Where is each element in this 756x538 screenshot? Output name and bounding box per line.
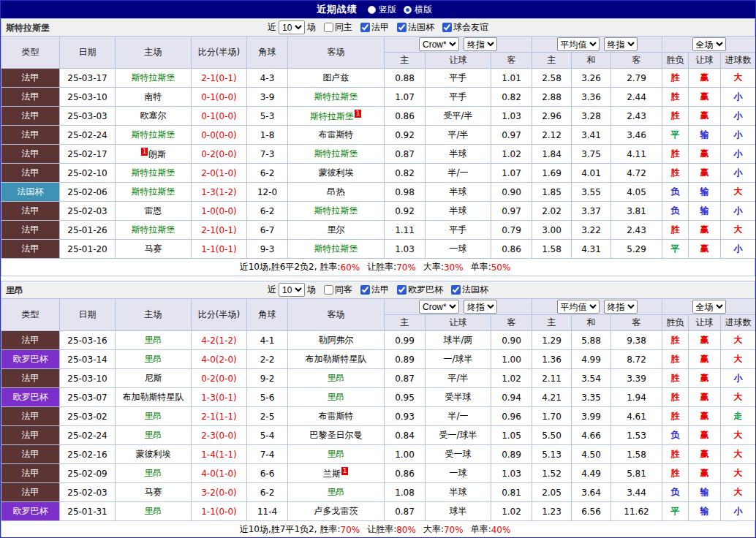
score[interactable]: 0-0(0-0)	[192, 126, 247, 145]
scope-select[interactable]: 全场	[692, 300, 726, 314]
home-team[interactable]: 斯特拉斯堡	[116, 221, 192, 240]
filter-checkbox-item[interactable]: 法国杯	[391, 21, 434, 34]
match-date: 25-02-24	[60, 426, 116, 445]
score[interactable]: 1-1(0-0)	[192, 502, 247, 521]
away-team[interactable]: 斯特拉斯堡	[288, 145, 385, 164]
score[interactable]: 2-1(0-1)	[192, 221, 247, 240]
filter-checkbox[interactable]	[360, 23, 370, 32]
filter-checkbox-item[interactable]: 法甲	[355, 21, 389, 34]
score[interactable]: 1-3(1-2)	[192, 183, 247, 202]
away-team[interactable]: 里昂	[288, 445, 385, 464]
home-team[interactable]: 里昂	[116, 407, 192, 426]
score[interactable]: 1-1(0-1)	[192, 240, 247, 259]
score[interactable]: 2-1(1-1)	[192, 407, 247, 426]
eu-draw-odds: 3.26	[572, 69, 611, 88]
asian-company-select[interactable]: Crow*	[419, 300, 459, 314]
score[interactable]: 2-3(0-0)	[192, 426, 247, 445]
away-team[interactable]: 里昂	[288, 369, 385, 388]
score[interactable]: 1-0(0-0)	[192, 202, 247, 221]
league-badge: 欧罗巴杯	[1, 502, 60, 521]
filter-checkbox-item[interactable]: 球会友谊	[436, 21, 488, 34]
filter-checkbox[interactable]	[324, 285, 333, 295]
away-team[interactable]: 布雷斯特	[288, 126, 385, 145]
away-team[interactable]: 斯特拉斯堡	[288, 240, 385, 259]
ah-line: 平手	[426, 69, 491, 88]
away-team[interactable]: 里昂	[288, 388, 385, 407]
home-team[interactable]: 斯特拉斯堡	[116, 183, 192, 202]
home-team[interactable]: 斯特拉斯堡	[116, 69, 192, 88]
eu-away-odds: 1.53	[611, 426, 662, 445]
score[interactable]: 0-2(0-0)	[192, 145, 247, 164]
away-team[interactable]: 兰斯1	[288, 464, 385, 483]
away-team[interactable]: 勒阿弗尔	[288, 331, 385, 350]
filter-checkbox[interactable]	[360, 285, 370, 295]
score[interactable]: 4-0(1-0)	[192, 464, 247, 483]
score[interactable]: 0-1(0-0)	[192, 107, 247, 126]
match-count-select[interactable]: 10	[279, 20, 305, 34]
filter-checkbox[interactable]	[397, 23, 407, 32]
home-team[interactable]: 里昂	[116, 502, 192, 521]
filter-checkbox[interactable]	[324, 23, 333, 32]
near-label: 近	[268, 21, 276, 34]
away-team[interactable]: 图卢兹	[288, 69, 385, 88]
home-team[interactable]: 里昂	[116, 350, 192, 369]
home-team[interactable]: 里昂	[116, 464, 192, 483]
home-team[interactable]: 雷恩	[116, 202, 192, 221]
score[interactable]: 0-1(0-0)	[192, 88, 247, 107]
score[interactable]: 4-0(2-0)	[192, 350, 247, 369]
score[interactable]: 1-4(1-1)	[192, 445, 247, 464]
home-team[interactable]: 里昂	[116, 426, 192, 445]
filter-checkbox[interactable]	[442, 23, 452, 32]
score[interactable]: 2-0(1-0)	[192, 164, 247, 183]
filter-checkbox-item[interactable]: 法国杯	[445, 284, 488, 296]
home-team[interactable]: 蒙彼利埃	[116, 445, 192, 464]
league-badge: 法甲	[1, 126, 60, 145]
home-team[interactable]: 南特	[116, 88, 192, 107]
home-team[interactable]: 马赛	[116, 483, 192, 502]
layout-radio[interactable]: 竖版	[368, 4, 396, 16]
score[interactable]: 3-2(0-0)	[192, 483, 247, 502]
asian-stage-select[interactable]: 终指	[464, 300, 497, 314]
filter-checkbox-item[interactable]: 同主	[318, 21, 352, 34]
score[interactable]: 2-1(0-1)	[192, 69, 247, 88]
score[interactable]: 1-3(0-1)	[192, 388, 247, 407]
away-team[interactable]: 里昂	[288, 483, 385, 502]
home-team[interactable]: 欧塞尔	[116, 107, 192, 126]
home-team[interactable]: 马赛	[116, 240, 192, 259]
match-count-select[interactable]: 10	[279, 283, 305, 297]
euro-stage-select[interactable]: 终指	[604, 300, 638, 314]
away-team[interactable]: 里尔	[288, 221, 385, 240]
asian-stage-select[interactable]: 终指	[464, 37, 497, 51]
score[interactable]: 0-2(0-0)	[192, 369, 247, 388]
away-team[interactable]: 斯特拉斯堡	[288, 202, 385, 221]
away-team[interactable]: 布雷斯特	[288, 407, 385, 426]
eu-draw-odds: 3.28	[572, 107, 611, 126]
home-team[interactable]: 斯特拉斯堡	[116, 126, 192, 145]
filter-checkbox[interactable]	[451, 285, 461, 295]
filter-checkbox-item[interactable]: 同客	[318, 284, 352, 296]
layout-radio[interactable]: 横版	[404, 4, 432, 16]
away-team[interactable]: 斯特拉斯堡	[288, 88, 385, 107]
eu-away-odds: 2.44	[611, 88, 662, 107]
summary-stat-value: 70%	[444, 525, 464, 535]
filter-checkbox-item[interactable]: 法甲	[355, 284, 389, 296]
asian-company-select[interactable]: Crow*	[419, 37, 459, 51]
euro-company-select[interactable]: 平均值	[557, 37, 600, 51]
score[interactable]: 4-2(1-2)	[192, 331, 247, 350]
euro-company-select[interactable]: 平均值	[557, 300, 600, 314]
away-team[interactable]: 巴黎圣日尔曼	[288, 426, 385, 445]
home-team[interactable]: 里昂	[116, 331, 192, 350]
away-team[interactable]: 昂热	[288, 183, 385, 202]
filter-checkbox-item[interactable]: 欧罗巴杯	[391, 284, 443, 296]
away-team[interactable]: 卢多戈雷茨	[288, 502, 385, 521]
euro-stage-select[interactable]: 终指	[604, 37, 638, 51]
away-team[interactable]: 蒙彼利埃	[288, 164, 385, 183]
home-team[interactable]: 斯特拉斯堡	[116, 164, 192, 183]
home-team[interactable]: 尼斯	[116, 369, 192, 388]
scope-select[interactable]: 全场	[692, 37, 726, 51]
home-team[interactable]: 1朗斯	[116, 145, 192, 164]
away-team[interactable]: 布加勒斯特星队	[288, 350, 385, 369]
home-team[interactable]: 布加勒斯特星队	[116, 388, 192, 407]
filter-checkbox[interactable]	[397, 285, 407, 295]
away-team[interactable]: 斯特拉斯堡1	[288, 107, 385, 126]
